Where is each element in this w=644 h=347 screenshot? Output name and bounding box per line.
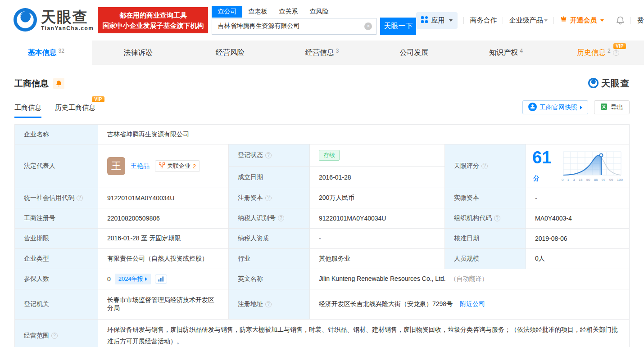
- crown-icon: [560, 16, 567, 24]
- help-icon[interactable]: [278, 215, 284, 221]
- tab-count: 4: [520, 48, 523, 54]
- open-vip-menu[interactable]: 开通会员: [560, 16, 604, 25]
- table-row: 企业名称 吉林省坤腾再生资源有限公司: [15, 125, 630, 144]
- taxpayer-id-label: 纳税人识别号: [229, 208, 310, 229]
- divider: [630, 17, 631, 24]
- related-companies-count: 2: [193, 163, 196, 170]
- user-menu[interactable]: 费米: [637, 16, 644, 25]
- tab-company-development[interactable]: 公司发展: [368, 41, 460, 65]
- table-row: 营业期限 2016-01-28 至 无固定期限 纳税人资质 - 核准日期 201…: [15, 229, 630, 249]
- insured-count-value: 0: [107, 275, 111, 283]
- status-badge: 存续: [319, 150, 340, 161]
- insured-trend-chart-button[interactable]: [155, 275, 167, 284]
- enterprise-products-label: 企业级产品: [509, 16, 543, 25]
- table-row: 参保人数 0 2024年报 英文名称 Jilin Kunteng Renewab…: [15, 269, 630, 289]
- notification-bell-icon[interactable]: [616, 16, 625, 25]
- english-name-label: 英文名称: [229, 269, 310, 289]
- tab-count: 2: [608, 48, 611, 54]
- official-snapshot-button[interactable]: 工商官网快照: [522, 100, 588, 114]
- help-icon[interactable]: [494, 215, 500, 221]
- table-row: 统一社会信用代码 91220101MA0Y40034U 注册资本 200万人民币…: [15, 188, 630, 208]
- slogan-line-2: 国家中小企业发展子基金旗下机构: [102, 20, 204, 31]
- search-button[interactable]: 天眼一下: [380, 18, 416, 35]
- divider: [610, 17, 610, 24]
- company-type-value: 有限责任公司（自然人投资或控股）: [98, 249, 229, 269]
- clear-icon[interactable]: [364, 23, 372, 30]
- chevron-down-icon: [449, 19, 453, 22]
- search-tab-boss[interactable]: 查老板: [242, 6, 273, 18]
- annual-report-tag[interactable]: 2024年报: [115, 274, 151, 284]
- tab-label: 法律诉讼: [123, 48, 152, 58]
- search-tab-relation[interactable]: 查关系: [273, 6, 304, 18]
- username: 费米: [637, 16, 644, 25]
- divider: [553, 17, 554, 24]
- tab-history-info[interactable]: VIP 历史信息 2: [552, 41, 644, 65]
- help-icon[interactable]: [51, 333, 58, 339]
- snapshot-label: 工商官网快照: [540, 104, 577, 112]
- tab-label: 历史信息: [577, 48, 606, 58]
- paid-capital-label: 实缴资本: [445, 188, 526, 208]
- business-cooperation-link[interactable]: 商务合作: [470, 16, 497, 25]
- company-type-label: 企业类型: [15, 249, 98, 269]
- search-tab-risk[interactable]: 查风险: [304, 6, 334, 18]
- export-button[interactable]: 导出: [594, 100, 630, 114]
- tianyan-score-value[interactable]: 61分: [532, 149, 555, 183]
- stamp-icon: [528, 103, 537, 113]
- help-icon[interactable]: [265, 195, 272, 201]
- related-companies-button[interactable]: 关联企业 2: [155, 160, 200, 172]
- apps-menu[interactable]: 应用: [416, 12, 458, 29]
- tab-basic-info[interactable]: 基本信息 32: [0, 41, 92, 65]
- reg-address-label: 注册地址: [229, 289, 310, 320]
- monitor-bell-icon[interactable]: [53, 78, 64, 89]
- subtab-history-registration[interactable]: VIP 历史工商信息: [55, 104, 95, 118]
- tab-count: 3: [336, 48, 339, 54]
- reg-capital-label: 注册资本: [229, 188, 310, 208]
- divider: [503, 17, 503, 24]
- reg-number-label: 工商注册号: [15, 208, 98, 229]
- top-header: 天眼查 TianYanCha.com 都在用的商业查询工具 国家中小企业发展子基…: [0, 0, 644, 41]
- legal-rep-name-link[interactable]: 王艳晶: [131, 162, 150, 170]
- tab-operating-risk[interactable]: 经营风险: [184, 41, 276, 65]
- reg-authority-value: 长春市市场监督管理局经济技术开发区分局: [98, 289, 229, 320]
- tab-label: 公司发展: [399, 48, 428, 58]
- tab-count: 32: [58, 48, 64, 54]
- insured-count-label: 参保人数: [15, 269, 98, 289]
- tab-intellectual-property[interactable]: 知识产权 4: [460, 41, 552, 65]
- tianyancha-logo-icon: [588, 78, 599, 90]
- business-term-label: 营业期限: [15, 229, 98, 249]
- table-row: 登记机关 长春市市场监督管理局经济技术开发区分局 注册地址 经济开发区长吉北线兴…: [15, 289, 630, 320]
- company-name-value: 吉林省坤腾再生资源有限公司: [98, 125, 630, 144]
- tianyancha-logo[interactable]: 天眼查 TianYanCha.com: [14, 8, 94, 33]
- slogan-line-1: 都在用的商业查询工具: [102, 10, 204, 20]
- nearby-companies-link[interactable]: 附近公司: [460, 300, 485, 307]
- open-vip-label: 开通会员: [570, 16, 597, 25]
- help-icon[interactable]: [613, 50, 619, 56]
- tab-business-info[interactable]: 经营信息 3: [276, 41, 368, 65]
- business-info-table: 企业名称 吉林省坤腾再生资源有限公司 法定代表人 王 王艳晶 关联企业 2: [14, 124, 630, 347]
- paid-capital-value: -: [526, 188, 630, 208]
- help-icon[interactable]: [481, 163, 488, 169]
- enterprise-products-menu[interactable]: 企业级产品: [509, 16, 548, 25]
- taxpayer-id-value: 91220101MA0Y40034U: [310, 208, 445, 229]
- english-name-value: Jilin Kunteng Renewable Resources Co., L…: [319, 275, 446, 282]
- taxpayer-quality-label: 纳税人资质: [229, 229, 310, 249]
- chevron-down-icon: [600, 19, 604, 22]
- search-input[interactable]: [212, 18, 376, 35]
- help-icon[interactable]: [265, 301, 272, 307]
- arrow-right-icon: [145, 277, 147, 281]
- company-nav-tabs: 基本信息 32 法律诉讼 经营风险 经营信息 3 公司发展 知识产权 4 VIP…: [0, 41, 644, 65]
- apps-label: 应用: [431, 16, 444, 25]
- help-icon[interactable]: [265, 152, 272, 158]
- help-icon[interactable]: [77, 195, 83, 201]
- reg-authority-label: 登记机关: [15, 289, 98, 320]
- avatar[interactable]: 王: [107, 157, 125, 175]
- business-term-value: 2016-01-28 至 无固定期限: [98, 229, 229, 249]
- business-scope-label: 经营范围: [15, 320, 98, 347]
- watermark-logo: 天眼查: [588, 77, 630, 90]
- tab-legal-proceedings[interactable]: 法律诉讼: [92, 41, 184, 65]
- subtab-business-registration[interactable]: 工商信息: [14, 104, 41, 118]
- search-tab-company[interactable]: 查公司: [212, 6, 242, 18]
- network-icon: [159, 162, 165, 170]
- vip-badge: VIP: [92, 96, 104, 102]
- tianyancha-logo-icon: [14, 8, 37, 33]
